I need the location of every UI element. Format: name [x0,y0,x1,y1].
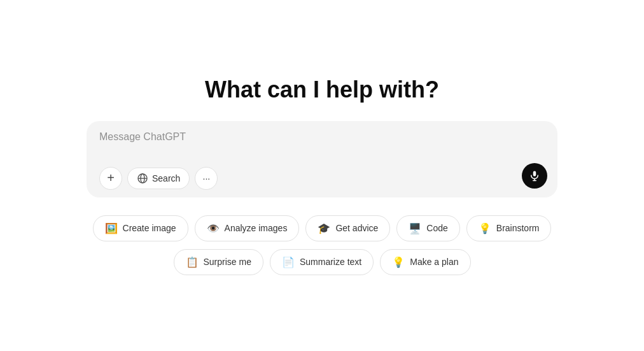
input-toolbar: + Search ··· [99,167,545,190]
brainstorm-icon: 💡 [479,222,491,234]
analyze-images-label: Analyze images [225,223,288,233]
code-label: Code [426,223,447,233]
plus-icon: + [107,171,115,185]
microphone-icon [529,170,540,182]
chip-summarize-text[interactable]: 📄Summarize text [270,249,374,275]
brainstorm-label: Brainstorm [496,223,540,233]
create-image-label: Create image [123,223,176,233]
chip-make-a-plan[interactable]: 💡Make a plan [380,249,470,275]
search-label: Search [152,173,180,183]
chip-get-advice[interactable]: 🎓Get advice [305,215,390,241]
page-title: What can I help with? [205,76,439,103]
chip-create-image[interactable]: 🖼️Create image [93,215,188,241]
summarize-text-icon: 📄 [282,256,295,268]
summarize-text-label: Summarize text [300,257,361,267]
make-a-plan-icon: 💡 [392,256,405,268]
get-advice-label: Get advice [335,223,378,233]
chip-analyze-images[interactable]: 👁️Analyze images [195,215,300,241]
chat-input-box: + Search ··· [87,121,557,197]
globe-icon [137,173,148,184]
more-button[interactable]: ··· [195,167,218,190]
analyze-images-icon: 👁️ [207,222,220,234]
chip-brainstorm[interactable]: 💡Brainstorm [466,215,552,241]
code-icon: 🖥️ [409,222,421,234]
add-button[interactable]: + [99,167,122,190]
surprise-me-label: Surprise me [204,257,251,267]
search-button[interactable]: Search [127,168,190,189]
create-image-icon: 🖼️ [105,222,118,234]
svg-rect-3 [533,171,536,176]
surprise-me-icon: 📋 [186,256,199,268]
get-advice-icon: 🎓 [318,222,330,234]
chip-surprise-me[interactable]: 📋Surprise me [174,249,263,275]
message-input[interactable] [99,131,545,157]
chips-row-1: 🖼️Create image👁️Analyze images🎓Get advic… [93,215,552,241]
make-a-plan-label: Make a plan [410,257,458,267]
chip-code[interactable]: 🖥️Code [396,215,459,241]
send-button[interactable] [522,163,547,189]
suggestion-chips: 🖼️Create image👁️Analyze images🎓Get advic… [93,215,552,275]
more-icon: ··· [203,173,211,183]
chips-row-2: 📋Surprise me📄Summarize text💡Make a plan [174,249,471,275]
